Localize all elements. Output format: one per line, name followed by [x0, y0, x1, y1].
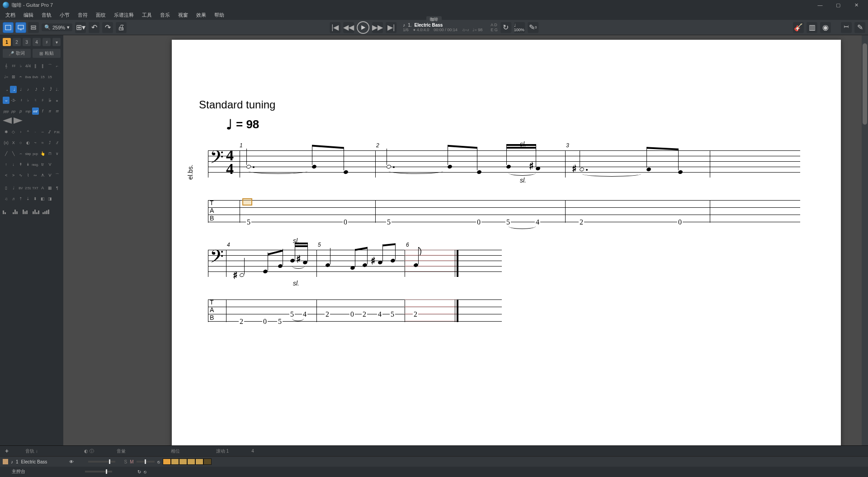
note[interactable] — [447, 164, 453, 169]
fifteen-down-icon[interactable]: 15 — [47, 73, 53, 80]
grace-note-icon[interactable]: ♪̸ — [47, 128, 53, 136]
ghost-note-icon[interactable]: ◇ — [10, 128, 17, 136]
fff-icon[interactable]: fff — [54, 108, 61, 115]
fermata-icon[interactable]: 𝄐 — [17, 73, 24, 80]
master-row[interactable]: 主控台 ↻ ⎋ — [0, 467, 868, 477]
tab-fret[interactable]: 0 — [343, 218, 348, 226]
go-end-button[interactable]: ▶| — [386, 22, 396, 33]
standard-staff-row2[interactable]: 𝄢 4 ♯ sl. — [208, 250, 502, 277]
tab-fret[interactable]: 5 — [246, 218, 251, 226]
track-color-icon[interactable] — [3, 459, 8, 464]
slide-up-icon[interactable]: ╱ — [3, 150, 9, 157]
xtime-icon[interactable]: ⊠ — [10, 73, 17, 80]
flat-icon[interactable]: ♭ — [24, 97, 31, 104]
pitch-button[interactable]: ✎ 0 — [528, 22, 538, 33]
arrow-up-icon[interactable]: ↑ — [3, 161, 9, 168]
measure-box[interactable] — [171, 458, 179, 465]
heavy-accent-icon[interactable]: ^ — [24, 128, 31, 136]
measure-box[interactable] — [203, 458, 212, 465]
lyrics-button[interactable]: 🎤 歌词 — [3, 49, 31, 58]
stemdown-icon[interactable]: ⇣ — [24, 195, 31, 202]
redo-button[interactable]: ↷ — [102, 22, 113, 33]
slide-down-icon[interactable]: ╲ — [10, 150, 17, 157]
palette-tab-sharp[interactable]: ♯ — [42, 38, 51, 46]
properties-button[interactable]: ✎ — [854, 22, 865, 33]
paste-button[interactable]: ⊞ 粘贴 — [33, 49, 61, 58]
note[interactable] — [646, 167, 651, 172]
inv-mordent-icon[interactable]: ⩛ — [47, 172, 53, 179]
eighth-note-icon[interactable]: ♪ — [24, 86, 31, 93]
palette-tab-2[interactable]: 2 — [13, 38, 21, 46]
palette-tab-more[interactable]: ▾ — [52, 38, 61, 46]
menu-help[interactable]: 帮助 — [211, 11, 228, 19]
pop-icon[interactable]: slap — [24, 150, 31, 157]
loop-icon[interactable]: ↻ — [137, 469, 141, 474]
natural-icon[interactable]: ♮ — [32, 97, 39, 104]
ff-icon[interactable]: ff — [47, 108, 53, 115]
tap-icon[interactable]: ◐ — [24, 139, 31, 146]
octave-down-icon[interactable]: 8vb — [32, 73, 39, 80]
fifteen-up-icon[interactable]: 15 — [39, 73, 46, 80]
fretboard-button[interactable]: 🎸 — [793, 22, 804, 33]
bars5-icon[interactable] — [42, 209, 50, 214]
view-page-button[interactable] — [3, 22, 14, 33]
eq-icon[interactable]: ⎋ — [157, 459, 160, 464]
tab-fret[interactable]: 2 — [413, 310, 418, 318]
pick-up-icon[interactable]: ∨ — [54, 150, 61, 157]
p-icon[interactable]: p — [17, 108, 24, 115]
wide-vib-icon[interactable]: ≈ — [39, 139, 46, 146]
tab-fret[interactable]: 5 — [390, 310, 395, 318]
menu-track[interactable]: 音轨 — [38, 11, 55, 19]
maximize-button[interactable]: ▢ — [829, 0, 847, 10]
menu-window[interactable]: 效果 — [193, 11, 210, 19]
voice1-icon[interactable]: ⬍ — [32, 195, 39, 202]
play-button[interactable] — [357, 21, 369, 34]
eye-icon[interactable]: ◐ ⓘ — [84, 448, 94, 454]
ornament1-icon[interactable]: ∿ — [17, 172, 24, 179]
standard-staff-row1[interactable]: 𝄢 44 1 — [208, 150, 800, 178]
tab-fret[interactable]: 2 — [579, 218, 584, 226]
thumb-icon[interactable]: 👆 — [39, 150, 46, 157]
palette-tab-1[interactable]: 1 — [3, 38, 11, 46]
tab-fret[interactable]: 0 — [262, 318, 268, 326]
txt-icon[interactable]: TXT — [32, 184, 39, 192]
solo-button[interactable]: S — [124, 459, 127, 464]
accent2-icon[interactable]: < — [3, 172, 9, 179]
visible-icon[interactable]: 👁 — [69, 459, 74, 464]
bars4-icon[interactable] — [33, 209, 40, 214]
whole-note-icon[interactable]: 𝅝 — [3, 86, 9, 93]
slap-icon[interactable]: pop — [32, 150, 39, 157]
timer-icon[interactable]: 2:51 — [24, 184, 31, 192]
track-name[interactable]: Electric Bass — [415, 23, 443, 28]
stemup-icon[interactable]: ⇡ — [17, 195, 24, 202]
track-row[interactable]: ♪ 1 Electric Bass 👁 S M ⎋ — [0, 457, 868, 467]
display-settings-button[interactable]: ⊞▾ — [75, 22, 86, 33]
dead-note-icon[interactable]: ✱ — [3, 128, 9, 136]
undo-button[interactable]: ↶ — [89, 22, 99, 33]
trem-icon[interactable]: ⫽ — [54, 139, 61, 146]
speed-button[interactable]: ♩ 100% — [514, 22, 525, 33]
turn-icon[interactable]: ∾ — [32, 172, 39, 179]
paragraph-icon[interactable]: ¶ — [54, 184, 61, 192]
fermata2-icon[interactable]: ⌒ — [54, 172, 61, 179]
timesig-icon[interactable]: 4/4 — [24, 62, 31, 70]
zoom-control[interactable]: 🔍 259% ▾ — [42, 23, 72, 31]
upstroke-icon[interactable]: V — [47, 161, 53, 168]
bend-icon[interactable]: ⤴ — [47, 139, 53, 146]
mp-icon[interactable]: mp — [24, 108, 31, 115]
tab-staff-row1[interactable]: T A B 5 0 5 0 5 4 — [208, 200, 800, 223]
measure-overview[interactable] — [163, 458, 212, 465]
pan-slider[interactable] — [137, 461, 155, 463]
swing-icon[interactable]: ⌒ — [47, 62, 53, 70]
note[interactable] — [311, 164, 317, 169]
tenuto-icon[interactable]: – — [39, 128, 46, 136]
view-multitrack-button[interactable] — [28, 22, 39, 33]
quarter-note-icon[interactable]: ♩ — [17, 86, 24, 93]
half-note-icon[interactable]: 𝅗𝅥 — [10, 86, 17, 93]
letring-icon[interactable]: (x) — [3, 139, 9, 146]
palm-mute-icon[interactable]: P.M. — [54, 128, 61, 136]
accent-icon[interactable]: › — [17, 128, 24, 136]
sixteenth-note-icon[interactable]: 𝅘𝅥𝅯 — [32, 86, 39, 93]
eq-icon[interactable]: ⎋ — [144, 469, 146, 474]
tab-fret[interactable]: 2 — [362, 310, 367, 318]
